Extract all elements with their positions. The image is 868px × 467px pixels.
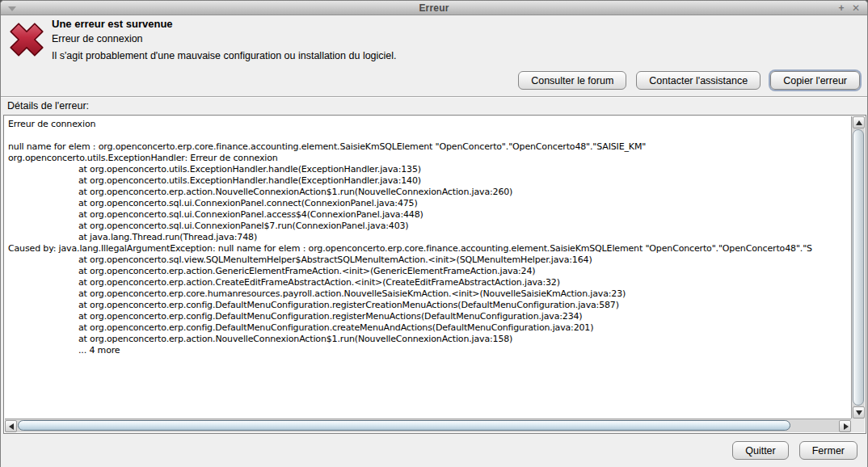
close-button[interactable]: ✕ xyxy=(849,2,862,15)
contact-support-button[interactable]: Contacter l'assistance xyxy=(636,71,761,90)
error-headline: Une erreur est survenue xyxy=(52,18,173,30)
quit-button[interactable]: Quitter xyxy=(732,441,789,460)
header-button-row: Consulter le forum Contacter l'assistanc… xyxy=(518,71,860,90)
horizontal-scrollbar[interactable] xyxy=(5,419,851,432)
error-description: Il s'agit probablement d'une mauvaise co… xyxy=(52,50,397,61)
scroll-up-button[interactable] xyxy=(853,116,865,128)
horizontal-scrollbar-thumb[interactable] xyxy=(18,420,790,431)
header-panel: Une erreur est survenue Erreur de connex… xyxy=(1,15,867,96)
triangle-up-icon xyxy=(856,120,862,125)
footer-button-row: Quitter Fermer xyxy=(732,441,857,460)
error-details-textarea[interactable]: Erreur de connexion null name for elem :… xyxy=(5,116,851,419)
details-panel: Détails de l'erreur: Erreur de connexion… xyxy=(1,96,867,467)
stack-trace-text: Erreur de connexion null name for elem :… xyxy=(5,116,851,356)
consult-forum-button[interactable]: Consulter le forum xyxy=(518,71,626,90)
triangle-left-icon xyxy=(9,423,14,430)
scroll-down-button[interactable] xyxy=(853,406,865,419)
scroll-left-button[interactable] xyxy=(5,420,17,432)
triangle-right-icon xyxy=(844,423,849,430)
error-dialog-window: Erreur + ✕ Une erreur est survenue Erreu… xyxy=(0,0,868,467)
close-dialog-button[interactable]: Fermer xyxy=(799,441,857,460)
error-cross-icon xyxy=(7,20,46,59)
copy-error-button[interactable]: Copier l'erreur xyxy=(770,71,860,90)
triangle-down-icon xyxy=(856,410,862,415)
window-title: Erreur xyxy=(1,2,867,14)
vertical-scrollbar-thumb[interactable] xyxy=(853,129,864,406)
error-details-scrollpane: Erreur de connexion null name for elem :… xyxy=(3,115,866,434)
details-label: Détails de l'erreur: xyxy=(7,100,89,111)
maximize-button[interactable]: + xyxy=(835,2,848,15)
scrollbar-corner xyxy=(851,419,865,432)
error-subtitle: Erreur de connexion xyxy=(52,33,143,44)
title-bar[interactable]: Erreur + ✕ xyxy=(1,1,867,15)
vertical-scrollbar[interactable] xyxy=(851,116,865,419)
scroll-right-button[interactable] xyxy=(839,420,851,432)
